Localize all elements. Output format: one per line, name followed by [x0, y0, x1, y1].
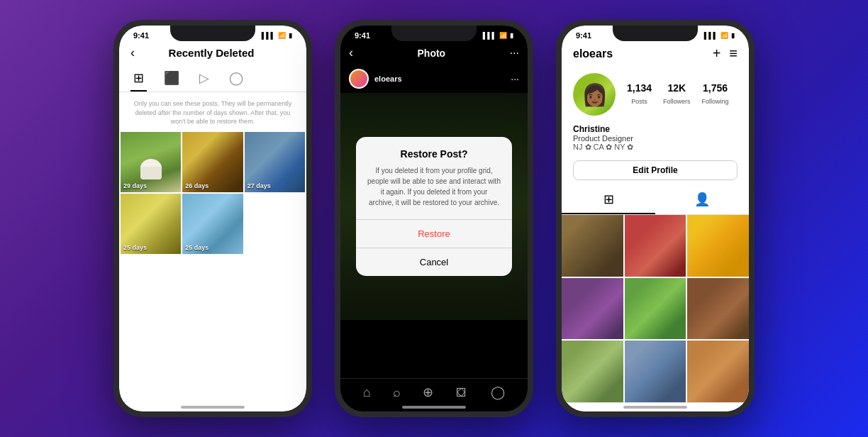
profile-photo-1[interactable] [562, 215, 623, 277]
nav-add-2[interactable]: ⊕ [423, 385, 433, 400]
bio-title: Product Designer [573, 134, 738, 143]
poster-username: eloears [374, 74, 505, 83]
following-label: Following [702, 98, 729, 105]
profile-photo-6[interactable] [687, 278, 749, 340]
followers-label: Followers [663, 98, 691, 105]
nav-profile-2[interactable]: ◯ [491, 385, 505, 400]
profile-photo-7[interactable] [562, 341, 623, 402]
nav-home-3[interactable]: ⌂ [584, 409, 592, 411]
status-icons: ▌▌▌ 📶 ▮ [262, 32, 292, 39]
status-time: 9:41 [133, 31, 149, 40]
deleted-photo-2[interactable]: 26 days [182, 132, 243, 192]
profile-photo-4[interactable] [562, 278, 623, 340]
back-button[interactable]: ‹ [130, 45, 135, 60]
phone3-header: eloears + ≡ [562, 43, 749, 67]
profile-username: eloears [573, 48, 713, 60]
restore-modal: Restore Post? If you deleted it from you… [356, 137, 512, 276]
battery-icon: ▮ [289, 32, 292, 39]
profile-info-section: 👩🏾 1,134 Posts 12K Followers 1,756 Follo… [562, 67, 749, 121]
post-options-button[interactable]: ··· [511, 73, 519, 84]
poster-avatar [349, 69, 369, 89]
phone-recently-deleted: 9:41 ▌▌▌ 📶 ▮ ‹ Recently Deleted ⊞ ⬛ ▷ ◯ … [113, 20, 312, 417]
battery-icon-3: ▮ [731, 32, 735, 39]
following-count: 1,756 [702, 82, 729, 94]
status-time-2: 9:41 [355, 31, 370, 40]
modal-title: Restore Post? [356, 137, 512, 165]
signal-icon: ▌▌▌ [262, 32, 275, 39]
phone1-screen: 9:41 ▌▌▌ 📶 ▮ ‹ Recently Deleted ⊞ ⬛ ▷ ◯ … [119, 26, 306, 411]
home-bar-2 [402, 406, 466, 409]
nav-shop-3[interactable]: ⛋ [679, 409, 692, 411]
menu-button[interactable]: ≡ [729, 45, 738, 62]
home-bar [181, 406, 245, 409]
nav-search-2[interactable]: ⌕ [393, 385, 401, 400]
tab-reels[interactable]: ▷ [196, 66, 212, 92]
tab-profile-grid[interactable]: ⊞ [562, 186, 655, 214]
tab-stories[interactable]: ◯ [226, 66, 246, 92]
profile-photo-3[interactable] [687, 215, 749, 277]
deleted-photo-4[interactable]: 25 days [121, 194, 181, 254]
phone2-screen: 9:41 ▌▌▌ 📶 ▮ ‹ Photo ··· eloears ··· Res… [340, 26, 528, 411]
modal-body: If you deleted it from your profile grid… [356, 165, 512, 219]
wifi-icon: 📶 [278, 32, 286, 39]
profile-photo-2[interactable] [625, 215, 686, 277]
profile-stats: 1,134 Posts 12K Followers 1,756 Followin… [627, 82, 738, 106]
deleted-photo-5[interactable]: 25 days [182, 194, 243, 254]
profile-photo-9[interactable] [687, 341, 749, 402]
phone3-screen: 9:41 ▌▌▌ 📶 ▮ eloears + ≡ 👩🏾 1,134 Posts [562, 26, 749, 411]
bio-location: NJ ✿ CA ✿ NY ✿ [573, 143, 738, 152]
page-title: Recently Deleted [140, 47, 282, 59]
stat-posts: 1,134 Posts [627, 82, 652, 106]
profile-photo-8[interactable] [625, 341, 686, 402]
photo-label-4: 25 days [123, 244, 147, 251]
deleted-photo-1[interactable]: 29 days [121, 132, 181, 192]
wifi-icon-2: 📶 [499, 32, 507, 39]
tab-video[interactable]: ⬛ [161, 66, 182, 92]
edit-profile-button[interactable]: Edit Profile [573, 160, 738, 180]
phone-restore-dialog: 9:41 ▌▌▌ 📶 ▮ ‹ Photo ··· eloears ··· Res… [335, 20, 533, 417]
tab-grid[interactable]: ⊞ [130, 66, 147, 92]
profile-content-tabs: ⊞ 👤 [562, 186, 749, 215]
photo-page-title: Photo [353, 48, 510, 59]
phone-notch [170, 26, 255, 41]
deleted-photo-3[interactable]: 27 days [245, 132, 305, 192]
stat-followers: 12K Followers [663, 82, 691, 106]
nav-search-3[interactable]: ⌕ [615, 409, 623, 411]
profile-photo-5[interactable] [625, 278, 686, 340]
status-time-3: 9:41 [576, 31, 591, 40]
nav-add-3[interactable]: ⊕ [645, 409, 656, 411]
bio-name: Christine [573, 124, 738, 134]
tab-profile-tagged[interactable]: 👤 [655, 186, 749, 214]
photo-label-2: 26 days [185, 182, 208, 189]
followers-count: 12K [663, 82, 691, 94]
phone2-header: ‹ Photo ··· [340, 43, 528, 65]
profile-photo-grid [562, 215, 749, 402]
status-icons-2: ▌▌▌ 📶 ▮ [483, 32, 513, 39]
profile-avatar: 👩🏾 [573, 73, 616, 116]
poster-info-bar: eloears ··· [340, 65, 528, 93]
home-bar-3 [623, 406, 687, 409]
phone1-header: ‹ Recently Deleted [119, 43, 306, 66]
photo-label-3: 27 days [247, 182, 271, 189]
wifi-icon-3: 📶 [720, 32, 728, 39]
nav-home-2[interactable]: ⌂ [363, 385, 371, 400]
photo-label-5: 25 days [185, 244, 208, 251]
restore-button[interactable]: Restore [356, 220, 512, 248]
nav-profile-3[interactable]: ◉ [715, 409, 726, 411]
profile-action-icons: + ≡ [713, 45, 738, 62]
photo-type-tabs: ⊞ ⬛ ▷ ◯ [119, 66, 306, 92]
restore-modal-overlay: Restore Post? If you deleted it from you… [340, 93, 528, 320]
battery-icon-2: ▮ [510, 32, 513, 39]
phone-notch-2 [391, 26, 477, 41]
signal-icon-3: ▌▌▌ [704, 32, 718, 39]
signal-icon-2: ▌▌▌ [483, 32, 496, 39]
nav-shop-2[interactable]: ⛋ [456, 385, 469, 400]
more-options-button[interactable]: ··· [510, 47, 519, 60]
phone-profile: 9:41 ▌▌▌ 📶 ▮ eloears + ≡ 👩🏾 1,134 Posts [556, 20, 755, 417]
phone-notch-3 [613, 26, 698, 41]
deletion-notice: Only you can see these posts. They will … [119, 92, 306, 132]
add-content-button[interactable]: + [713, 45, 721, 62]
profile-bio: Christine Product Designer NJ ✿ CA ✿ NY … [562, 121, 749, 157]
stat-following: 1,756 Following [702, 82, 729, 106]
cancel-button[interactable]: Cancel [356, 248, 512, 276]
